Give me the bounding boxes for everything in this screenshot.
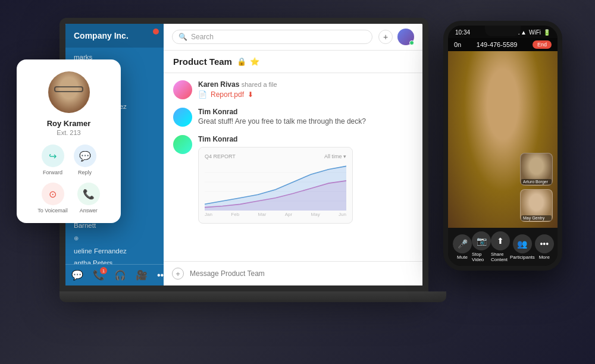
phone-notch: [485, 26, 521, 36]
contact-ext: Ext. 213: [57, 129, 80, 136]
headset-icon[interactable]: 🎧: [114, 269, 126, 281]
message-row: Karen Rivas shared a file 📄 Report.pdf ⬇: [173, 80, 413, 99]
contact-actions-top: ↪ Forward 💬 Reply: [42, 145, 96, 175]
answer-icon-circle: 📞: [77, 183, 100, 205]
message-sender: Tim Konrad: [198, 135, 413, 143]
contact-avatar: [48, 71, 90, 113]
chart-svg: [205, 163, 346, 211]
thumbnail-2: May Gentry: [520, 189, 553, 222]
messages-area: Karen Rivas shared a file 📄 Report.pdf ⬇…: [164, 73, 422, 261]
star-icon[interactable]: ⭐: [250, 57, 259, 66]
share-icon: ⬆: [491, 231, 510, 250]
reply-icon-circle: 💬: [74, 145, 96, 167]
message-text: Great stuff! Are you free to talk me thr…: [198, 117, 413, 125]
forward-icon-circle: ↪: [42, 145, 64, 167]
answer-label: Answer: [80, 208, 98, 214]
wifi-icon: WiFi: [529, 29, 541, 36]
participants-button[interactable]: 👥 Participants: [510, 234, 535, 260]
share-label: Share Content: [491, 252, 510, 262]
attach-button[interactable]: +: [172, 268, 184, 280]
chart-card: Q4 REPORT All time ▾: [198, 147, 353, 224]
reply-label: Reply: [78, 170, 92, 175]
tim-avatar: [173, 108, 192, 127]
phone-number: 149-476-5589: [477, 41, 518, 48]
glasses: [54, 86, 83, 93]
topbar-actions: +: [378, 29, 414, 45]
phone-bottom-bar: 🎤 Mute 📷 Stop Video ⬆ Share Content 👥 Pa…: [448, 228, 558, 266]
more-icon[interactable]: •••: [157, 270, 167, 281]
message-row: Tim Konrad Great stuff! Are you free to …: [173, 108, 413, 127]
participants-icon: 👥: [513, 234, 532, 253]
lock-icon[interactable]: 🔒: [237, 57, 246, 66]
tim-message-2: Tim Konrad Q4 REPORT All time ▾: [198, 135, 413, 224]
chat-header-icons: 🔒 ⭐: [237, 57, 259, 66]
message-row: Tim Konrad Q4 REPORT All time ▾: [173, 135, 413, 224]
chart-title: Q4 REPORT: [205, 153, 236, 159]
voicemail-label: To Voicemail: [37, 208, 68, 214]
answer-button[interactable]: 📞 Answer: [77, 183, 100, 214]
chart-x-labels: JanFebMarAprMayJun: [205, 212, 346, 217]
tim2-avatar: [173, 135, 192, 154]
search-placeholder: Search: [191, 33, 214, 41]
reply-button[interactable]: 💬 Reply: [74, 145, 96, 175]
tim-message-1: Tim Konrad Great stuff! Are you free to …: [198, 108, 413, 125]
speaker-label: 0n: [454, 41, 461, 48]
sidebar-header: Company Inc.: [65, 24, 164, 48]
participant-name-2: May Gentry: [521, 215, 552, 221]
karen-avatar: [173, 80, 192, 99]
participant-name-1: Arturo Borger: [521, 179, 552, 184]
voicemail-button[interactable]: ⊙ To Voicemail: [37, 183, 68, 214]
search-icon: 🔍: [178, 33, 187, 41]
more-dots-icon: •••: [535, 234, 554, 253]
share-content-button[interactable]: ⬆ Share Content: [491, 231, 510, 262]
karen-message: Karen Rivas shared a file 📄 Report.pdf ⬇: [198, 80, 413, 99]
phone-time: 10:34: [455, 29, 470, 36]
forward-button[interactable]: ↪ Forward: [42, 145, 64, 175]
file-attachment[interactable]: 📄 Report.pdf ⬇: [198, 90, 413, 99]
participants-label: Participants: [510, 255, 535, 260]
stop-video-button[interactable]: 📷 Stop Video: [472, 231, 491, 262]
topbar: 🔍 Search +: [164, 24, 422, 51]
chat-header: Product Team 🔒 ⭐: [164, 51, 422, 73]
call-badge: 1: [100, 267, 107, 274]
mute-icon: 🎤: [453, 234, 472, 253]
sidebar-item[interactable]: antha Peters: [65, 257, 164, 264]
thumbnail-1: Arturo Borger: [520, 153, 553, 186]
user-avatar[interactable]: [397, 29, 414, 45]
mute-label: Mute: [457, 255, 468, 260]
more-button[interactable]: ••• More: [535, 234, 554, 260]
forward-label: Forward: [43, 170, 62, 175]
contact-name: Roy Kramer: [47, 119, 91, 128]
stop-video-icon: 📷: [472, 231, 491, 250]
sidebar-item[interactable]: ueline Fernandez: [65, 245, 164, 257]
download-icon[interactable]: ⬇: [248, 90, 253, 99]
chart-area: [205, 163, 346, 211]
channel-name: Product Team: [173, 57, 232, 67]
phone-icon[interactable]: 📞 1: [93, 269, 105, 281]
laptop-base: [60, 291, 446, 302]
message-input[interactable]: [190, 269, 414, 278]
more-label: More: [539, 255, 550, 260]
message-sender: Karen Rivas shared a file: [198, 80, 413, 89]
avatar-face: [48, 71, 90, 113]
sidebar-bottom-bar: 💬 📞 1 🎧 🎥 •••: [65, 264, 164, 285]
video-icon[interactable]: 🎥: [136, 269, 148, 281]
battery-icon: 🔋: [543, 29, 550, 36]
chart-label: Q4 REPORT All time ▾: [205, 153, 346, 159]
file-name: Report.pdf: [211, 90, 244, 99]
chart-subtitle: All time ▾: [324, 153, 346, 159]
phone-container: 10:34 ▲▲▲ WiFi 🔋 0n 149-476-5589 End Art…: [443, 21, 562, 271]
contact-card: Roy Kramer Ext. 213 ↪ Forward 💬 Reply ⊙ …: [17, 59, 121, 223]
add-button[interactable]: +: [378, 30, 393, 44]
voicemail-icon-circle: ⊙: [42, 183, 64, 205]
message-sender: Tim Konrad: [198, 108, 413, 116]
sidebar-section: ⊕: [65, 231, 164, 245]
chat-icon[interactable]: 💬: [71, 269, 83, 281]
mute-button[interactable]: 🎤 Mute: [453, 234, 472, 260]
search-box[interactable]: 🔍 Search: [172, 30, 372, 44]
phone-thumbnails: Arturo Borger May Gentry: [520, 153, 553, 222]
phone-video-main: Arturo Borger May Gentry: [448, 51, 558, 228]
contact-actions-bottom: ⊙ To Voicemail 📞 Answer: [37, 183, 100, 214]
end-call-button[interactable]: End: [533, 40, 552, 49]
phone-frame: 10:34 ▲▲▲ WiFi 🔋 0n 149-476-5589 End Art…: [443, 21, 562, 271]
